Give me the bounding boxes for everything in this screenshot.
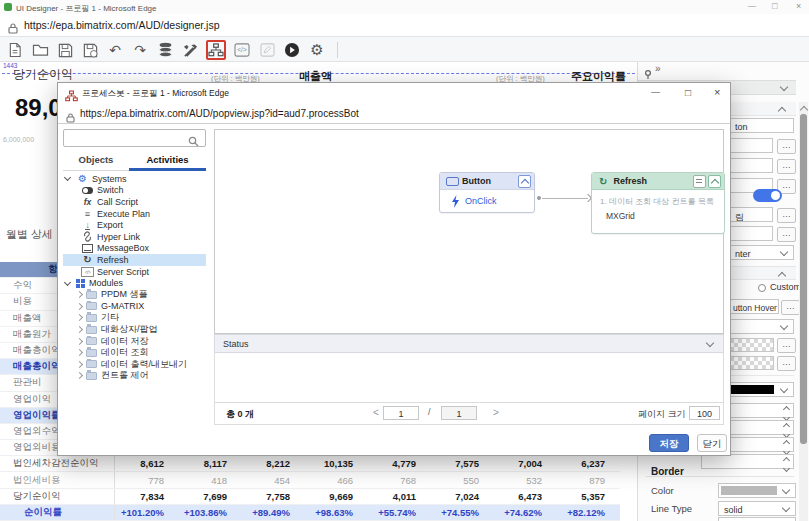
save-icon[interactable] [56,41,74,59]
tree-item-call-script[interactable]: fxCall Script [63,196,206,208]
ellipsis-button[interactable]: … [777,159,796,174]
url-bar[interactable]: https://epa.bimatrix.com/AUD/designer.js… [0,14,809,37]
tree-group-systems[interactable]: ⚙Systems [63,173,206,185]
border-color-dropdown[interactable] [718,483,796,498]
tree-item-execute-plan[interactable]: ≡Execute Plan [63,208,206,220]
tree-folder-데이터-저장[interactable]: 데이터 저장 [63,335,206,347]
tree-item-switch[interactable]: Switch [63,185,206,197]
refresh-node-header[interactable]: ↻ Refresh [592,173,724,190]
tree-folder-G-MATRIX[interactable]: G-MATRIX [63,301,206,313]
tree-folder-대화상자-팝업[interactable]: 대화상자/팝업 [63,324,206,336]
cell-value: 8,212 [241,458,304,469]
new-file-icon[interactable] [6,41,24,59]
toggle-knob [771,191,780,200]
popup-close-icon[interactable]: × [714,86,720,98]
row-label: 법인세차감전순이익 [0,456,115,471]
popup-minimize-icon[interactable]: — [651,87,660,97]
line-type-dropdown[interactable]: solid [718,501,796,516]
redo-icon[interactable]: ↷ [131,41,149,59]
button-activity-node[interactable]: Button OnClick [439,172,535,213]
ellipsis-button[interactable]: … [777,208,796,223]
active-tab-underline [129,168,206,171]
ellipsis-button[interactable]: … [777,227,796,242]
cell-value: +55.74% [367,507,430,518]
number-stepper[interactable] [701,454,794,469]
minimize-icon[interactable]: — [748,1,756,10]
tab-activities[interactable]: Activities [129,154,206,165]
run-icon[interactable] [283,41,301,59]
folder-icon [86,302,97,310]
status-section-header[interactable]: Status [214,334,724,353]
list-view-button[interactable] [693,175,706,188]
open-folder-icon[interactable] [31,41,49,59]
tree-item-hyper-link[interactable]: Hyper Link [63,231,206,243]
search-input[interactable] [63,129,206,147]
custom-radio[interactable] [758,284,766,292]
undo-icon[interactable]: ↶ [106,41,124,59]
close-icon[interactable]: × [796,1,801,11]
button-node-header[interactable]: Button [440,173,534,190]
toggle-switch-on[interactable] [753,189,782,202]
save-all-icon[interactable] [81,41,99,59]
scrollbar-thumb[interactable] [800,114,807,444]
border-section-title: Border [651,466,684,477]
database-icon[interactable] [156,41,174,59]
tree-group-modules[interactable]: Modules [63,277,206,289]
tree-item-server-script[interactable]: </>Server Script [63,266,206,278]
onclick-event-label[interactable]: OnClick [465,196,497,206]
maximize-icon[interactable]: □ [772,1,777,11]
fx-icon: fx [81,197,94,207]
cell-value: +89.49% [241,507,304,518]
tab-objects[interactable]: Objects [63,154,129,165]
close-button[interactable]: 닫기 [697,434,727,452]
panel-scrollbar[interactable] [799,102,808,521]
tree-folder-컨트롤-제어[interactable]: 컨트롤 제어 [63,370,206,382]
ellipsis-button[interactable]: … [777,356,796,371]
refresh-activity-node[interactable]: ↻ Refresh 1. 데이터 조회 대상 컨트롤 목록 MXGrid [591,172,725,234]
save-button[interactable]: 저장 [649,434,689,452]
caret-right-icon [76,291,83,298]
widget-net-income-title: 당기순이익 [13,66,73,83]
tree-folder-PPDM-샘플[interactable]: PPDM 샘플 [63,289,206,301]
axis-tick-label: 6,000,000 [3,136,34,143]
collapse-node-button[interactable] [708,175,721,188]
cell-value: 8,612 [115,458,178,469]
settings-icon[interactable]: ⚙ [308,41,326,59]
popup-maximize-icon[interactable]: □ [685,87,691,98]
collapse-node-button[interactable] [518,175,531,188]
code-editor-icon[interactable]: </> [233,41,251,59]
expand-panel-icon[interactable]: » [655,63,661,74]
modules-grid-icon [76,279,80,283]
process-canvas[interactable]: Button OnClick ↻ Refresh [214,129,724,334]
edit-icon[interactable] [258,41,276,59]
current-page-input[interactable]: 1 [383,406,419,420]
connector-line [542,198,588,199]
ellipsis-button[interactable]: … [781,300,800,315]
next-page-button[interactable]: > [493,407,499,418]
search-icon [188,133,199,151]
cell-value: 466 [304,475,367,486]
export-icon: ↓ [81,221,94,230]
lock-icon [8,20,18,38]
tree-folder-데이터-출력-내보내기[interactable]: 데이터 출력/내보내기 [63,359,206,371]
tree-item-messagebox[interactable]: MessageBox [63,243,206,255]
thickness-input[interactable]: 1 1 1 1 [718,517,796,521]
ellipsis-button[interactable]: … [777,338,796,353]
prev-page-button[interactable]: < [373,407,379,418]
url-text[interactable]: https://epa.bimatrix.com/AUD/designer.js… [24,19,220,31]
popup-url-bar[interactable]: https://epa.bimatrix.com/AUD/popview.jsp… [58,104,730,124]
process-bot-icon[interactable] [206,40,226,60]
caret-right-icon [76,361,83,368]
tree-item-label: Server Script [97,267,149,277]
popup-url-text[interactable]: https://epa.bimatrix.com/AUD/popview.jsp… [80,108,359,119]
tree-item-export[interactable]: ↓Export [63,219,206,231]
cell-value: 778 [115,475,178,486]
caret-right-icon [76,314,83,321]
page-size-input[interactable]: 100 [689,406,720,420]
text-field-value: 림 [735,211,744,224]
tree-folder-데이터-조회[interactable]: 데이터 조회 [63,347,206,359]
tree-item-refresh[interactable]: ↻Refresh [63,254,206,266]
tree-folder-기타[interactable]: 기타 [63,312,206,324]
build-tools-icon[interactable] [181,41,199,59]
ellipsis-button[interactable]: … [777,139,796,154]
